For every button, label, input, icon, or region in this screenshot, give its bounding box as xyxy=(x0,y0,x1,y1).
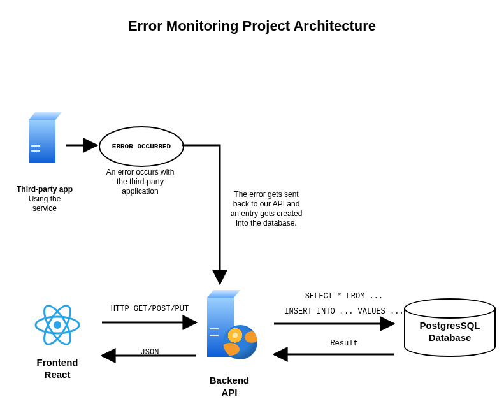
third-party-server-icon xyxy=(29,112,55,163)
edge-label-result: Result xyxy=(306,339,382,349)
edge-label-insert: INSERT INTO ... VALUES ... xyxy=(274,307,414,317)
globe-icon xyxy=(223,325,257,359)
error-event-caption: An error occurs with the third-party app… xyxy=(102,168,178,196)
edge-label-select: SELECT * FROM ... xyxy=(280,292,408,301)
backend-title: Backend API xyxy=(198,375,261,399)
svg-point-3 xyxy=(54,321,61,329)
third-party-subtitle: Using the service xyxy=(6,194,83,214)
error-event-ellipse: ERROR OCCURRED xyxy=(99,126,184,167)
edge-label-be-to-fe: JSON xyxy=(127,348,172,358)
edge-label-fe-to-be: HTTP GET/POST/PUT xyxy=(102,305,198,314)
react-logo-icon xyxy=(32,300,83,351)
database-title: PostgresSQL Database xyxy=(404,320,496,344)
diagram-title: Error Monitoring Project Architecture xyxy=(0,18,504,34)
third-party-title: Third-party app xyxy=(6,185,83,194)
error-flow-caption: The error gets sent back to our API and … xyxy=(228,190,305,228)
error-event-label: ERROR OCCURRED xyxy=(112,143,171,150)
frontend-title: Frontend React xyxy=(29,357,86,381)
